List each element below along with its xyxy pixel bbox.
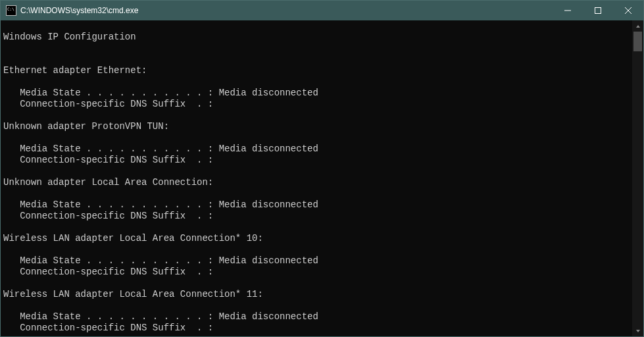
svg-rect-3: [595, 8, 601, 14]
console-output[interactable]: Windows IP Configuration Ethernet adapte…: [1, 20, 632, 336]
cmd-app-icon: C:\: [6, 5, 16, 16]
scrollbar-down-arrow-icon[interactable]: [632, 325, 643, 336]
window-title: C:\WINDOWS\system32\cmd.exe: [20, 6, 138, 15]
minimize-button[interactable]: [553, 1, 583, 20]
vertical-scrollbar[interactable]: [632, 20, 643, 336]
svg-text:C:\: C:\: [7, 7, 14, 11]
maximize-button[interactable]: [583, 1, 613, 20]
client-area: Windows IP Configuration Ethernet adapte…: [1, 20, 643, 336]
titlebar[interactable]: C:\ C:\WINDOWS\system32\cmd.exe: [1, 1, 643, 20]
cmd-window: C:\ C:\WINDOWS\system32\cmd.exe Windows …: [0, 0, 644, 337]
close-button[interactable]: [613, 1, 643, 20]
scrollbar-up-arrow-icon[interactable]: [632, 20, 643, 32]
scrollbar-thumb[interactable]: [633, 32, 642, 51]
